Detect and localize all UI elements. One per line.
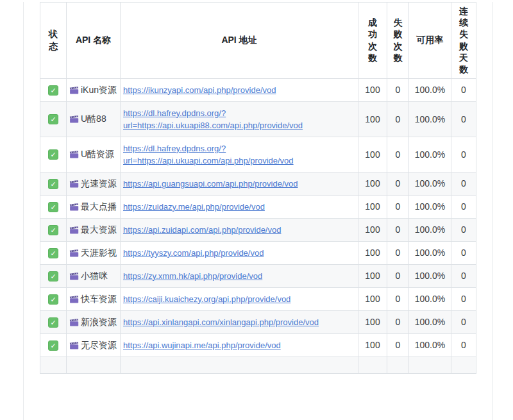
status-cell: ✓ bbox=[40, 172, 67, 195]
column-header-availability: 可用率 bbox=[409, 3, 451, 79]
api-name-text: 光速资源 bbox=[81, 178, 117, 189]
api-url-cell: https://zy.xmm.hk/api.php/provide/vod bbox=[121, 264, 358, 287]
api-name-cell: 小猫咪 bbox=[67, 264, 121, 287]
clapperboard-icon bbox=[69, 341, 79, 349]
availability-cell: 100.0% bbox=[409, 78, 451, 101]
table-row: ✓ 光速资源 https://api.guangsuapi.com/api.ph… bbox=[40, 172, 476, 195]
consecutive-fail-days-cell: 0 bbox=[451, 287, 476, 310]
status-checkbox[interactable]: ✓ bbox=[48, 317, 58, 328]
table-row: ✓ 天涯影视 https://tyyszy.com/api.php/provid… bbox=[40, 241, 476, 264]
api-name-text: 最大点播 bbox=[81, 201, 117, 212]
api-url-link[interactable]: https://zuidazy.me/api.php/provide/vod bbox=[123, 202, 265, 212]
clapperboard-icon bbox=[69, 226, 79, 234]
api-name-cell: 光速资源 bbox=[67, 172, 121, 195]
page: 状态 API 名称 API 地址 成功次数 失败次数 可用率 连 bbox=[0, 2, 513, 420]
api-url-link[interactable]: https://api.wujinapi.me/api.php/provide/… bbox=[123, 340, 281, 350]
api-url-cell: https://api.wujinapi.me/api.php/provide/… bbox=[121, 333, 358, 357]
api-url-cell: https://dl.hafrey.dpdns.org/?url=https:/… bbox=[121, 137, 358, 172]
consecutive-fail-days-cell: 0 bbox=[451, 101, 476, 137]
status-checkbox[interactable]: ✓ bbox=[48, 248, 58, 258]
fail-count-cell: 0 bbox=[387, 241, 409, 264]
api-url-link[interactable]: https://api.guangsuapi.com/api.php/provi… bbox=[123, 179, 298, 189]
status-checkbox[interactable]: ✓ bbox=[48, 340, 58, 351]
availability-cell: 100.0% bbox=[409, 264, 451, 287]
api-status-table: 状态 API 名称 API 地址 成功次数 失败次数 可用率 连 bbox=[40, 2, 476, 374]
availability-cell: 100.0% bbox=[409, 218, 451, 241]
column-header-status: 状态 bbox=[40, 3, 67, 79]
table-row: ✓ U酷资源 https://dl.hafrey.dpdns.org/?url=… bbox=[40, 137, 476, 172]
api-url-link[interactable]: https://api.xinlangapi.com/xinlangapi.ph… bbox=[123, 317, 319, 327]
api-url-link[interactable]: https://caiji.kuaichezy.org/api.php/prov… bbox=[123, 294, 290, 304]
clapperboard-icon bbox=[69, 249, 79, 257]
status-checkbox[interactable]: ✓ bbox=[48, 294, 58, 305]
column-header-success-count: 成功次数 bbox=[358, 3, 387, 79]
status-cell: ✓ bbox=[40, 137, 67, 172]
api-name-text: U酷88 bbox=[81, 113, 106, 124]
clapperboard-icon bbox=[69, 272, 79, 280]
success-count-cell: 100 bbox=[358, 101, 387, 137]
status-checkbox[interactable]: ✓ bbox=[48, 85, 58, 96]
page-right-border bbox=[492, 2, 493, 420]
status-cell: ✓ bbox=[40, 333, 67, 357]
table-row: ✓ U酷88 https://dl.hafrey.dpdns.org/?url=… bbox=[40, 101, 476, 137]
fail-count-cell: 0 bbox=[387, 78, 409, 101]
api-name-text: iKun资源 bbox=[81, 85, 117, 95]
fail-count-cell: 0 bbox=[387, 195, 409, 218]
status-checkbox[interactable]: ✓ bbox=[48, 225, 58, 235]
success-count-cell: 100 bbox=[358, 241, 387, 264]
fail-count-cell: 0 bbox=[387, 264, 409, 287]
status-cell: ✓ bbox=[40, 101, 67, 137]
api-name-cell: 快车资源 bbox=[67, 287, 121, 310]
availability-cell: 100.0% bbox=[409, 195, 451, 218]
success-count-cell: 100 bbox=[358, 137, 387, 172]
partial-next-row bbox=[40, 357, 476, 373]
status-cell: ✓ bbox=[40, 218, 67, 241]
status-cell: ✓ bbox=[40, 241, 67, 264]
api-name-text: 天涯影视 bbox=[81, 248, 117, 258]
api-url-cell: https://dl.hafrey.dpdns.org/?url=https:/… bbox=[121, 101, 358, 137]
table-row: ✓ 小猫咪 https://zy.xmm.hk/api.php/provide/… bbox=[40, 264, 476, 287]
api-url-link[interactable]: https://dl.hafrey.dpdns.org/?url=https:/… bbox=[123, 108, 303, 130]
api-name-text: 无尽资源 bbox=[81, 340, 117, 350]
success-count-cell: 100 bbox=[358, 287, 387, 310]
status-checkbox[interactable]: ✓ bbox=[48, 149, 58, 160]
success-count-cell: 100 bbox=[358, 218, 387, 241]
table-body: ✓ iKun资源 https://ikunzyapi.com/api.php/p… bbox=[40, 78, 476, 373]
success-count-cell: 100 bbox=[358, 172, 387, 195]
api-url-link[interactable]: https://ikunzyapi.com/api.php/provide/vo… bbox=[123, 85, 276, 95]
clapperboard-icon bbox=[69, 86, 79, 94]
api-name-cell: U酷资源 bbox=[67, 137, 121, 172]
fail-count-cell: 0 bbox=[387, 101, 409, 137]
fail-count-cell: 0 bbox=[387, 287, 409, 310]
consecutive-fail-days-cell: 0 bbox=[451, 78, 476, 101]
api-name-cell: 天涯影视 bbox=[67, 241, 121, 264]
api-url-link[interactable]: https://zy.xmm.hk/api.php/provide/vod bbox=[123, 271, 262, 281]
success-count-cell: 100 bbox=[358, 333, 387, 357]
api-url-link[interactable]: https://api.zuidapi.com/api.php/provide/… bbox=[123, 225, 281, 235]
status-checkbox[interactable]: ✓ bbox=[48, 271, 58, 281]
availability-cell: 100.0% bbox=[409, 287, 451, 310]
column-header-fail-count: 失败次数 bbox=[387, 3, 409, 79]
status-cell: ✓ bbox=[40, 78, 67, 101]
api-name-text: U酷资源 bbox=[81, 149, 114, 159]
api-url-link[interactable]: https://dl.hafrey.dpdns.org/?url=https:/… bbox=[123, 144, 294, 165]
api-url-cell: https://api.xinlangapi.com/xinlangapi.ph… bbox=[121, 310, 358, 333]
status-checkbox[interactable]: ✓ bbox=[48, 114, 58, 124]
api-url-cell: https://caiji.kuaichezy.org/api.php/prov… bbox=[121, 287, 358, 310]
consecutive-fail-days-cell: 0 bbox=[451, 333, 476, 357]
api-name-text: 小猫咪 bbox=[81, 271, 108, 281]
fail-count-cell: 0 bbox=[387, 333, 409, 357]
column-header-api-url: API 地址 bbox=[121, 3, 358, 79]
api-url-cell: https://api.guangsuapi.com/api.php/provi… bbox=[121, 172, 358, 195]
consecutive-fail-days-cell: 0 bbox=[451, 264, 476, 287]
status-checkbox[interactable]: ✓ bbox=[48, 202, 58, 212]
status-checkbox[interactable]: ✓ bbox=[48, 179, 58, 189]
api-name-text: 新浪资源 bbox=[81, 317, 117, 327]
fail-count-cell: 0 bbox=[387, 218, 409, 241]
success-count-cell: 100 bbox=[358, 264, 387, 287]
availability-cell: 100.0% bbox=[409, 310, 451, 333]
api-url-link[interactable]: https://tyyszy.com/api.php/provide/vod bbox=[123, 248, 264, 258]
consecutive-fail-days-cell: 0 bbox=[451, 195, 476, 218]
consecutive-fail-days-cell: 0 bbox=[451, 241, 476, 264]
consecutive-fail-days-cell: 0 bbox=[451, 218, 476, 241]
